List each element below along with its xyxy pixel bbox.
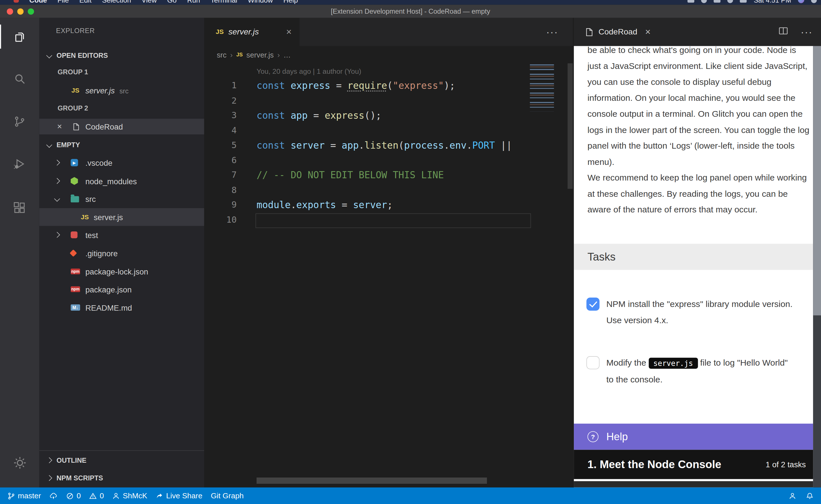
close-icon[interactable] xyxy=(286,27,292,37)
next-section-strip[interactable] xyxy=(574,481,813,487)
status-feedback[interactable] xyxy=(789,492,797,500)
breadcrumb-src[interactable]: src xyxy=(217,50,226,59)
open-editor-coderoad[interactable]: CodeRoad xyxy=(39,119,204,134)
line-number: 3 xyxy=(204,108,237,123)
search-icon[interactable] xyxy=(0,64,39,93)
status-live-share[interactable]: Live Share xyxy=(156,492,202,500)
webview-scrollbar[interactable] xyxy=(813,46,821,487)
menu-clock[interactable]: Sat 4:51 PM xyxy=(754,0,791,4)
menu-item-window[interactable]: Window xyxy=(248,0,273,4)
panel-tabbar[interactable]: CodeRoad xyxy=(574,18,821,46)
tree-item-test[interactable]: test xyxy=(39,226,204,243)
chevron-right-icon xyxy=(54,160,60,166)
tree-item-node-modules[interactable]: node_modules xyxy=(39,172,204,190)
warning-icon xyxy=(89,492,97,500)
tree-item-readme-md[interactable]: M↓README.md xyxy=(39,299,204,316)
tree-item-src[interactable]: src xyxy=(39,190,204,208)
section-workspace-empty[interactable]: EMPTY xyxy=(39,138,204,152)
section-outline[interactable]: OUTLINE xyxy=(39,452,204,469)
tree-item--vscode[interactable]: .vscode xyxy=(39,154,204,171)
panel-actions-ellipsis-icon[interactable] xyxy=(800,26,812,38)
menu-item-go[interactable]: Go xyxy=(167,0,177,4)
tasks-header: Tasks xyxy=(574,244,813,270)
code-line-1: 1const express = require("express"); xyxy=(204,79,574,93)
code-line-3: 3const app = express(); xyxy=(204,108,574,123)
siri-icon[interactable] xyxy=(798,0,804,3)
js-icon: JS xyxy=(80,213,89,221)
editor-horizontal-scrollbar[interactable] xyxy=(257,478,487,484)
editor-group: JS server.js src JS server.js You, 20 da… xyxy=(204,18,574,487)
code-line-9: 9module.exports = server; xyxy=(204,198,574,212)
tree-item--gitignore[interactable]: .gitignore xyxy=(39,244,204,262)
file-icon xyxy=(71,122,81,131)
window-titlebar: [Extension Development Host] - CodeRoad … xyxy=(0,5,821,18)
scrollbar-thumb[interactable] xyxy=(567,63,573,189)
menu-item-terminal[interactable]: Terminal xyxy=(211,0,238,4)
menu-item-file[interactable]: File xyxy=(58,0,69,4)
status-branch[interactable]: master xyxy=(7,492,41,500)
scrollbar-thumb[interactable] xyxy=(813,46,821,315)
section-open-editors[interactable]: OPEN EDITORS xyxy=(39,48,204,63)
menu-item-view[interactable]: View xyxy=(142,0,157,4)
status-notifications[interactable] xyxy=(806,492,814,500)
npm-icon: npm xyxy=(71,269,80,274)
menu-item-selection[interactable]: Selection xyxy=(102,0,131,4)
code-line-5: 5const server = app.listen(process.env.P… xyxy=(204,138,574,153)
status-live-share-user[interactable]: ShMcK xyxy=(112,492,147,500)
section-npm-scripts[interactable]: NPM SCRIPTS xyxy=(39,470,204,486)
close-icon[interactable] xyxy=(57,122,62,131)
code-line-10: 10 xyxy=(204,213,574,228)
run-debug-icon[interactable] xyxy=(0,149,39,178)
status-warnings[interactable]: 0 xyxy=(89,492,104,500)
error-icon xyxy=(66,492,74,500)
split-editor-icon[interactable] xyxy=(779,27,788,37)
menu-extra-icon[interactable] xyxy=(701,0,707,3)
menu-extra-icon[interactable] xyxy=(688,0,695,3)
menu-item-code[interactable]: Code xyxy=(29,0,47,4)
task-text: NPM install the "express" library module… xyxy=(606,296,794,328)
sidebar-title: EXPLORER xyxy=(56,27,95,35)
explorer-sidebar: EXPLORER OPEN EDITORS GROUP 1 JS server.… xyxy=(39,18,204,487)
battery-icon[interactable] xyxy=(714,0,721,3)
menu-item-edit[interactable]: Edit xyxy=(79,0,91,4)
gitlens-blame-annotation: You, 20 days ago | 1 author (You) xyxy=(257,66,361,77)
tree-item-label: test xyxy=(85,226,98,243)
window-title: [Extension Development Host] - CodeRoad … xyxy=(0,5,821,18)
lesson-progress-bar[interactable]: 1. Meet the Node Console 1 of 2 tasks xyxy=(574,450,813,479)
breadcrumb-more[interactable] xyxy=(283,50,291,59)
minimap[interactable] xyxy=(530,64,554,111)
tab-server-js[interactable]: JS server.js xyxy=(204,18,299,46)
help-bar[interactable]: Help xyxy=(574,424,813,450)
js-icon: JS xyxy=(236,52,243,58)
task-checkbox[interactable] xyxy=(586,356,599,369)
tree-item-package-json[interactable]: npmpackage.json xyxy=(39,280,204,298)
tree-item-label: src xyxy=(85,190,96,208)
tree-item-package-lock-json[interactable]: npmpackage-lock.json xyxy=(39,263,204,280)
open-editor-server-js[interactable]: JS server.jssrc xyxy=(39,83,204,98)
coderoad-webview: be able to check what's going on in your… xyxy=(574,46,813,487)
vscode-icon xyxy=(71,159,78,166)
chevron-down-icon xyxy=(46,142,52,148)
extensions-icon[interactable] xyxy=(0,193,39,222)
breadcrumb-server-js[interactable]: server.js xyxy=(246,50,274,59)
status-bar: master00ShMcKLive ShareGit Graph xyxy=(0,487,821,504)
source-control-icon[interactable] xyxy=(0,107,39,136)
spotlight-icon[interactable] xyxy=(811,0,817,3)
explorer-icon[interactable] xyxy=(0,22,39,51)
tree-item-server-js[interactable]: JSserver.js xyxy=(39,208,204,226)
control-center-icon[interactable] xyxy=(740,0,747,3)
menu-item-run[interactable]: Run xyxy=(187,0,200,4)
share-icon xyxy=(156,492,163,500)
wifi-icon[interactable] xyxy=(728,0,733,3)
close-icon[interactable] xyxy=(645,27,651,37)
status-errors[interactable]: 0 xyxy=(66,492,81,500)
status-sync[interactable] xyxy=(49,492,58,500)
task-checkbox[interactable] xyxy=(586,298,599,311)
code-line-6: 6 xyxy=(204,153,574,168)
menu-item-help[interactable]: Help xyxy=(283,0,298,4)
code-editor[interactable]: You, 20 days ago | 1 author (You) 1const… xyxy=(204,63,574,487)
status-git-graph[interactable]: Git Graph xyxy=(211,492,244,500)
gear-icon[interactable] xyxy=(0,448,39,478)
editor-actions-ellipsis-icon[interactable] xyxy=(546,18,558,46)
open-editor-label: CodeRoad xyxy=(85,122,123,131)
